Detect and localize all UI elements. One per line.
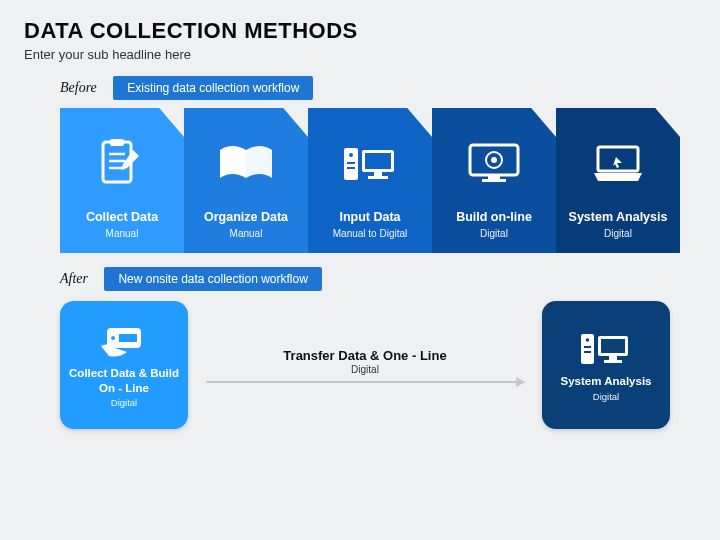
svg-rect-29	[601, 339, 625, 353]
svg-rect-23	[119, 334, 137, 342]
svg-rect-31	[604, 360, 622, 363]
svg-rect-8	[347, 162, 355, 164]
card-collect-data: Collect Data Manual	[60, 108, 184, 253]
before-pill: Existing data collection workflow	[113, 76, 313, 100]
svg-point-25	[586, 339, 590, 343]
card-sub: Digital	[480, 228, 508, 239]
svg-rect-13	[368, 176, 388, 179]
svg-rect-17	[488, 175, 500, 179]
svg-rect-26	[584, 346, 591, 348]
svg-rect-30	[609, 356, 617, 360]
arrow-right-icon	[206, 381, 524, 383]
card-sub: Manual to Digital	[333, 228, 407, 239]
svg-rect-9	[347, 167, 355, 169]
card-system-analysis-after: System Analysis Digital	[542, 301, 670, 429]
transfer-sub: Digital	[198, 364, 532, 375]
after-label: After	[60, 271, 88, 287]
transfer-title: Transfer Data & One - Line	[198, 348, 532, 363]
card-sub: Manual	[106, 228, 139, 239]
card-title: Build on-line	[456, 210, 532, 225]
monitor-target-icon	[466, 118, 522, 210]
svg-marker-20	[613, 157, 622, 168]
card-title: Collect Data & Build On - Line	[68, 366, 180, 395]
card-title: System Analysis	[569, 210, 668, 225]
svg-rect-12	[374, 172, 382, 176]
page-title: DATA COLLECTION METHODS	[24, 18, 696, 44]
after-pill: New onsite data collection workflow	[104, 267, 321, 291]
card-title: Organize Data	[204, 210, 288, 225]
open-book-icon	[218, 118, 274, 210]
card-organize-data: Organize Data Manual	[184, 108, 308, 253]
laptop-cursor-icon	[590, 118, 646, 210]
card-title: System Analysis	[561, 374, 652, 388]
phone-hand-icon	[97, 322, 151, 362]
card-system-analysis: System Analysis Digital	[556, 108, 680, 253]
card-title: Collect Data	[86, 210, 158, 225]
svg-rect-1	[110, 139, 124, 146]
transfer-block: Transfer Data & One - Line Digital	[198, 348, 532, 383]
svg-rect-11	[365, 153, 391, 169]
before-label: Before	[60, 80, 97, 96]
server-monitor-icon	[342, 118, 398, 210]
card-title: Input Data	[339, 210, 400, 225]
card-collect-build-online: Collect Data & Build On - Line Digital	[60, 301, 188, 429]
card-sub: Manual	[230, 228, 263, 239]
after-flow: Collect Data & Build On - Line Digital T…	[60, 301, 720, 429]
card-sub: Digital	[111, 397, 137, 408]
before-cards: Collect Data Manual Organize Data Manual	[60, 108, 720, 253]
card-input-data: Input Data Manual to Digital	[308, 108, 432, 253]
card-sub: Digital	[593, 391, 619, 402]
page-subheadline: Enter your sub headline here	[24, 47, 696, 62]
svg-point-7	[349, 153, 353, 157]
clipboard-pencil-icon	[99, 118, 145, 210]
svg-rect-27	[584, 351, 591, 353]
svg-point-22	[111, 336, 115, 340]
svg-point-16	[491, 157, 497, 163]
card-build-online: Build on-line Digital	[432, 108, 556, 253]
server-monitor-icon	[579, 328, 633, 370]
svg-rect-18	[482, 179, 506, 182]
card-sub: Digital	[604, 228, 632, 239]
